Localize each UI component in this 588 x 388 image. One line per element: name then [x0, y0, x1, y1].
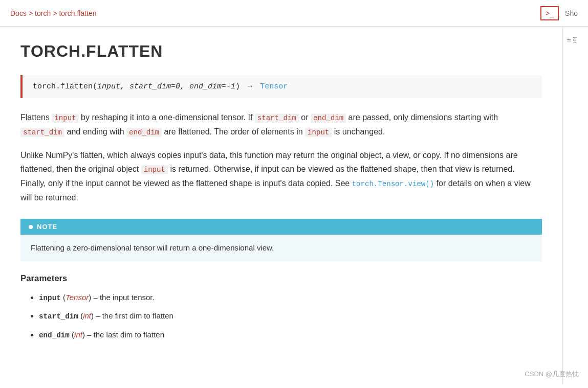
param-type-enddim[interactable]: int — [74, 330, 82, 339]
desc1-code4: start_dim — [20, 128, 64, 137]
note-header-label: NOTE — [37, 223, 57, 231]
list-item: input (Tensor) – the input tensor. — [39, 291, 542, 304]
page-title: TORCH.FLATTEN — [20, 42, 542, 61]
parameters-section: Parameters input (Tensor) – the input te… — [20, 273, 542, 341]
desc1-code1: input — [52, 113, 78, 123]
note-dot-icon — [29, 225, 33, 229]
desc1-end1: is unchanged. — [332, 127, 385, 136]
breadcrumb-current: torch.flatten — [59, 9, 96, 17]
param-name-startdim: start_dim — [39, 312, 78, 321]
desc2-code1: input — [141, 165, 168, 174]
param-type-input[interactable]: Tensor — [66, 293, 89, 302]
list-item: start_dim (int) – the first dim to flatt… — [39, 309, 542, 323]
param-dash-startdim: – — [96, 311, 102, 320]
sig-arrow: → — [248, 82, 252, 91]
desc1-code2: start_dim — [255, 113, 299, 123]
param-list: input (Tensor) – the input tensor. start… — [20, 291, 542, 341]
desc1-after1: by reshaping it into a one-dimensional t… — [79, 113, 255, 122]
breadcrumb: Docs > torch > torch.flatten — [10, 9, 97, 17]
breadcrumb-sep2: > — [53, 9, 57, 17]
param-dash-enddim: – — [87, 330, 94, 339]
desc1-code5: end_dim — [126, 128, 162, 137]
desc-para-1: Flattens input by reshaping it into a on… — [20, 110, 542, 139]
breadcrumb-torch[interactable]: torch — [35, 9, 51, 17]
parameters-title: Parameters — [20, 273, 542, 284]
param-desc-enddim: the last dim to flatten — [94, 330, 164, 339]
sig-return-type[interactable]: Tensor — [260, 82, 288, 91]
top-bar: Docs > torch > torch.flatten >_ Sho — [0, 0, 588, 27]
desc1-mid2: and ending with — [64, 127, 126, 136]
breadcrumb-docs[interactable]: Docs — [10, 9, 27, 17]
tensor-view-link[interactable]: torch.Tensor.view() — [352, 180, 434, 188]
desc1-before1: Flattens — [20, 113, 52, 122]
note-body-text: Flattening a zero-dimensional tensor wil… — [31, 243, 274, 252]
param-desc-input: the input tensor. — [100, 293, 155, 302]
param-name-enddim: end_dim — [39, 331, 70, 339]
signature-box: torch.flatten(input, start_dim=0, end_di… — [20, 75, 542, 98]
param-name-input: input — [39, 294, 61, 302]
content-area: TORCH.FLATTEN torch.flatten(input, start… — [0, 27, 562, 384]
param-desc-startdim: the first dim to flatten — [102, 311, 173, 320]
desc1-code6: input — [305, 128, 332, 137]
desc1-after3: are passed, only dimensions starting wit… — [346, 113, 498, 122]
right-sidebar: tor fl — [562, 27, 588, 384]
desc1-mid1: or — [299, 113, 311, 122]
param-dash-input: – — [93, 293, 100, 302]
desc1-after5: are flattened. The order of elements in — [162, 127, 305, 136]
desc1-code3: end_dim — [311, 113, 346, 123]
toc-item-2: fl — [566, 39, 572, 43]
list-item: end_dim (int) – the last dim to flatten — [39, 328, 542, 341]
note-header: NOTE — [20, 219, 542, 235]
note-box: NOTE Flattening a zero-dimensional tenso… — [20, 219, 542, 261]
param-type-startdim[interactable]: int — [83, 311, 91, 320]
main-content: TORCH.FLATTEN torch.flatten(input, start… — [0, 27, 588, 384]
sig-params: input, start_dim=0, end_dim=-1 — [97, 82, 235, 91]
top-bar-right: >_ Sho — [540, 6, 578, 20]
right-toc: tor fl — [566, 32, 578, 43]
desc-para-2: Unlike NumPy's flatten, which always cop… — [20, 148, 542, 204]
watermark: CSDN @几度热忱 — [525, 370, 579, 379]
sig-func: torch.flatten — [33, 82, 93, 91]
note-body: Flattening a zero-dimensional tensor wil… — [20, 235, 542, 261]
terminal-icon-button[interactable]: >_ — [540, 6, 559, 20]
toc-item-1: tor — [572, 37, 578, 43]
breadcrumb-sep1: > — [29, 9, 33, 17]
show-label: Sho — [565, 9, 578, 17]
